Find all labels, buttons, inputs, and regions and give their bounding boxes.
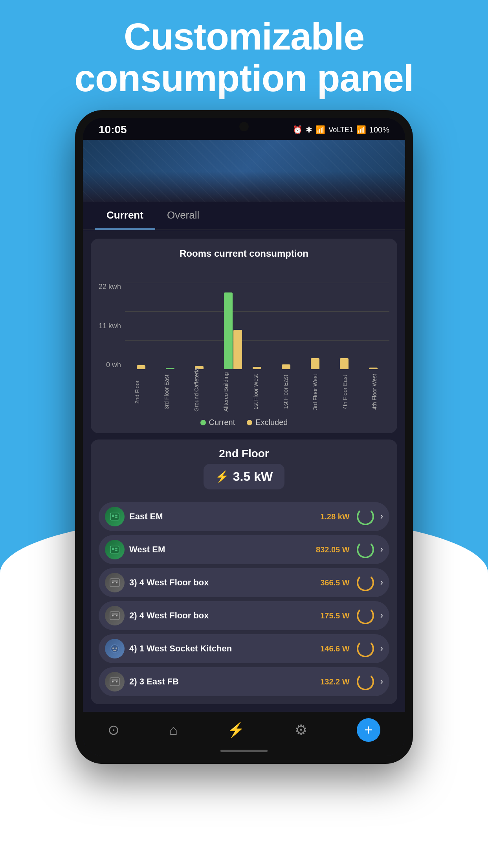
device-name-east-fb: 2) 3 East FB xyxy=(129,677,316,687)
x-label-2: Ground Caffeteria xyxy=(193,372,200,412)
svg-rect-5 xyxy=(112,548,114,550)
status-time: 10:05 xyxy=(99,123,127,136)
chevron-right-icon: › xyxy=(380,644,383,654)
x-label-0: 2nd Floor xyxy=(134,372,140,412)
device-row-2-4west[interactable]: 2) 4 West Floor box 175.5 W › xyxy=(99,601,389,630)
device-circle-2-4west xyxy=(357,607,374,624)
bar-4th-floor-west xyxy=(369,368,378,369)
device-name-socket-kitchen: 4) 1 West Socket Kitchen xyxy=(129,644,316,654)
bar-green xyxy=(224,292,233,369)
device-name-3-4west: 3) 4 West Floor box xyxy=(129,577,316,588)
phone-mockup: 10:05 ⏰ ✱ 📶 VoLTE1 📶 100% Current Overal… xyxy=(75,110,413,764)
svg-rect-11 xyxy=(112,580,118,582)
device-row-west-em[interactable]: West EM 832.05 W › xyxy=(99,535,389,564)
nav-plus-button[interactable]: + xyxy=(357,718,380,742)
bars-container xyxy=(125,283,389,369)
svg-point-10 xyxy=(116,582,117,583)
x-label-1: 3rd Floor East xyxy=(163,372,170,412)
phone-screen: 10:05 ⏰ ✱ 📶 VoLTE1 📶 100% Current Overal… xyxy=(83,118,405,756)
power-icon: ⚡ xyxy=(215,470,229,483)
chart-card: Rooms current consumption 22 kwh 11 kwh … xyxy=(91,239,397,433)
tab-overall[interactable]: Overall xyxy=(155,202,211,230)
svg-point-21 xyxy=(116,681,117,682)
nav-item-home[interactable]: ⌂ xyxy=(169,722,178,738)
x-label-5: 1st Floor East xyxy=(283,372,289,412)
device-row-east-em[interactable]: East EM 1.28 kW › xyxy=(99,502,389,531)
svg-point-17 xyxy=(112,647,114,649)
device-circle-west-em xyxy=(357,541,374,558)
legend-dot-excluded xyxy=(247,420,252,425)
device-power-socket-kitchen: 146.6 W xyxy=(320,644,349,653)
legend-current: Current xyxy=(200,418,235,427)
device-row-socket-kitchen[interactable]: 4) 1 West Socket Kitchen 146.6 W › xyxy=(99,634,389,663)
svg-rect-6 xyxy=(115,548,117,549)
device-name-west-em: West EM xyxy=(129,544,311,555)
device-circle-3-4west xyxy=(357,574,374,591)
nav-item-power[interactable]: ⚡ xyxy=(227,722,245,738)
chart-y-labels: 22 kwh 11 kwh 0 wh xyxy=(99,283,125,369)
chevron-right-icon: › xyxy=(380,544,383,555)
nav-item-settings[interactable]: ⚙ xyxy=(295,722,307,738)
x-label-7: 4th Floor East xyxy=(342,372,348,412)
floor-section: 2nd Floor ⚡ 3.5 kW xyxy=(91,440,397,704)
floor-power-badge: ⚡ 3.5 kW xyxy=(204,464,284,489)
home-icon: ⌂ xyxy=(169,722,178,738)
header-title: Customizable consumption panel xyxy=(0,16,488,99)
svg-rect-12 xyxy=(110,612,119,620)
device-power-east-fb: 132.2 W xyxy=(320,677,349,686)
bar-yellow xyxy=(369,368,378,369)
header-line1: Customizable xyxy=(124,15,364,57)
svg-rect-15 xyxy=(112,613,118,615)
nav-item-dashboard[interactable]: ⊙ xyxy=(108,722,119,738)
bar-yellow xyxy=(282,364,290,369)
settings-icon: ⚙ xyxy=(295,722,307,738)
svg-point-9 xyxy=(112,582,114,583)
device-circle-socket-kitchen xyxy=(357,640,374,657)
bar-yellow xyxy=(233,330,242,369)
x-label-8: 4th Floor West xyxy=(371,372,378,412)
device-list: East EM 1.28 kW › xyxy=(99,502,389,696)
chevron-right-icon: › xyxy=(380,577,383,588)
status-bar: 10:05 ⏰ ✱ 📶 VoLTE1 📶 100% xyxy=(83,118,405,140)
svg-point-14 xyxy=(116,615,117,616)
bottom-nav: ⊙ ⌂ ⚡ ⚙ + xyxy=(83,712,405,750)
phone-body: 10:05 ⏰ ✱ 📶 VoLTE1 📶 100% Current Overal… xyxy=(75,110,413,764)
chart-legend: Current Excluded xyxy=(99,418,389,427)
signal-bars-icon: 📶 xyxy=(356,125,366,134)
y-label-bot: 0 wh xyxy=(99,361,121,369)
device-name-2-4west: 2) 4 West Floor box xyxy=(129,611,316,621)
screen-content: Rooms current consumption 22 kwh 11 kwh … xyxy=(83,231,405,712)
battery-icon: 100% xyxy=(369,125,389,134)
legend-current-label: Current xyxy=(209,418,235,427)
home-indicator xyxy=(83,750,405,756)
device-row-3-4west[interactable]: 3) 4 West Floor box 366.5 W › xyxy=(99,568,389,597)
chart-title: Rooms current consumption xyxy=(99,248,389,259)
svg-rect-4 xyxy=(110,546,119,553)
device-power-3-4west: 366.5 W xyxy=(320,578,349,587)
chevron-right-icon: › xyxy=(380,611,383,621)
power-nav-icon: ⚡ xyxy=(227,722,245,738)
svg-rect-7 xyxy=(115,550,117,551)
device-power-2-4west: 175.5 W xyxy=(320,611,349,620)
svg-rect-0 xyxy=(110,513,119,520)
home-bar xyxy=(220,750,268,752)
signal-icon: VoLTE1 xyxy=(328,126,353,134)
device-power-west-em: 832.05 W xyxy=(316,545,350,554)
camera-notch xyxy=(239,122,249,131)
bar-green xyxy=(166,368,174,369)
chart-area: 22 kwh 11 kwh 0 wh xyxy=(99,267,389,369)
alarm-icon: ⏰ xyxy=(293,125,303,134)
page-header: Customizable consumption panel xyxy=(0,0,488,99)
bar-1st-floor-west xyxy=(253,367,261,369)
device-icon-west-em xyxy=(105,540,125,559)
device-icon-2-4west xyxy=(105,606,125,625)
svg-rect-19 xyxy=(110,678,119,686)
chevron-right-icon: › xyxy=(380,511,383,522)
tab-current[interactable]: Current xyxy=(95,202,155,230)
legend-excluded: Excluded xyxy=(247,418,288,427)
bluetooth-icon: ✱ xyxy=(306,125,312,134)
chart-grid-bars xyxy=(125,283,389,369)
device-row-east-fb[interactable]: 2) 3 East FB 132.2 W › xyxy=(99,667,389,696)
svg-point-13 xyxy=(112,615,114,616)
device-icon-3-4west xyxy=(105,573,125,592)
